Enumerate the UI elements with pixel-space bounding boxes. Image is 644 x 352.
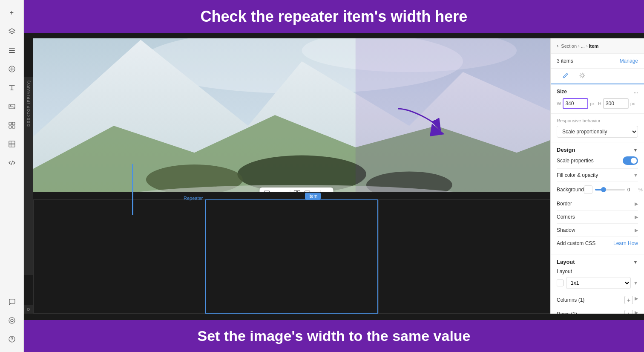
columns-controls: + ▶	[624, 296, 638, 304]
repeater-cell-1[interactable]	[33, 199, 205, 314]
tab-edit[interactable]	[557, 69, 574, 84]
canvas-toolbar[interactable]: 1x1 ? ···	[259, 188, 333, 192]
svg-rect-35	[305, 191, 310, 192]
border-label: Border	[557, 201, 572, 207]
columns-add-btn[interactable]: +	[624, 296, 633, 304]
svg-point-18	[12, 341, 12, 342]
design-section: Design ▼ Scale properties Fill color & o…	[551, 142, 644, 254]
learn-how-link[interactable]: Learn How	[613, 240, 638, 246]
panel-collapse-btn[interactable]: ›	[557, 43, 558, 49]
design-header[interactable]: Design ▼	[557, 147, 638, 153]
svg-point-16	[11, 319, 13, 322]
border-row[interactable]: Border ▶	[557, 197, 638, 211]
layout-select-row: 1x1 ▼	[557, 277, 638, 289]
height-label: H	[598, 101, 601, 106]
code-icon[interactable]	[4, 155, 20, 170]
layout-select[interactable]: 1x1	[566, 277, 631, 289]
comments-icon[interactable]	[4, 294, 20, 309]
svg-rect-6	[9, 122, 12, 125]
layout-header[interactable]: Layout ▼	[557, 259, 638, 265]
help-sidebar-icon[interactable]	[4, 332, 20, 347]
layout-icon	[557, 280, 564, 286]
breadcrumb-dots: ...	[581, 43, 585, 49]
layout-chevron: ▼	[633, 259, 638, 265]
height-input[interactable]	[603, 98, 629, 109]
border-chevron: ▶	[635, 201, 638, 207]
grid-icon[interactable]	[4, 118, 20, 133]
width-input[interactable]	[563, 98, 588, 109]
layers-icon[interactable]	[4, 24, 20, 39]
repeater-cell-2-selected[interactable]	[205, 199, 378, 314]
svg-rect-0	[9, 48, 15, 49]
slider-thumb	[601, 187, 606, 192]
height-input-group: H px	[598, 98, 635, 109]
svg-rect-29	[356, 38, 550, 192]
svg-rect-8	[9, 126, 12, 128]
canvas-area: Desktop (Primary) D	[24, 38, 550, 314]
svg-line-14	[11, 161, 13, 165]
svg-rect-30	[264, 191, 269, 192]
purple-arrow	[394, 104, 445, 140]
table-icon[interactable]	[4, 136, 20, 152]
fill-color-chevron: ▼	[633, 173, 638, 178]
bottom-banner-text: Set the image's width to the same value	[197, 328, 470, 344]
toolbar-grid-icon[interactable]	[293, 190, 300, 192]
repeater-cell-3[interactable]	[378, 199, 550, 314]
background-color-swatch[interactable]	[584, 185, 592, 194]
design-title: Design	[557, 147, 575, 153]
scale-properties-row: Scale properties	[557, 153, 638, 169]
columns-row: Columns (1) + ▶	[557, 293, 638, 307]
toolbar-crop-icon[interactable]	[304, 190, 310, 192]
breadcrumb-item: Item	[589, 43, 599, 49]
background-label: Background	[557, 187, 584, 193]
size-dots[interactable]: ...	[634, 89, 638, 95]
shadow-row[interactable]: Shadow ▶	[557, 224, 638, 237]
layout-section: Layout ▼ Layout 1x1 ▼ Columns (1) + ▶	[551, 254, 644, 314]
width-label: W	[557, 101, 561, 106]
custom-css-label: Add custom CSS	[557, 240, 595, 246]
toolbar-layout-label: 1x1	[271, 190, 280, 192]
text-icon[interactable]	[4, 80, 20, 95]
corners-row[interactable]: Corners ▶	[557, 211, 638, 224]
items-count-row: 3 items Manage	[551, 54, 644, 69]
shadow-label: Shadow	[557, 227, 575, 233]
responsive-section: Responsive behavior Scale proportionally…	[551, 114, 644, 142]
landscape-svg	[33, 38, 550, 192]
rows-controls: + ▶	[624, 310, 638, 314]
svg-rect-2	[9, 52, 15, 53]
photo-area: 1x1 ? ···	[33, 38, 550, 192]
svg-rect-32	[297, 190, 300, 192]
opacity-slider[interactable]	[595, 189, 625, 190]
right-panel: › Section › ... › Item 3 items Manage	[550, 38, 644, 314]
add-button[interactable]: +	[4, 5, 20, 20]
panel-tabs	[551, 69, 644, 84]
repeater-grid	[33, 199, 550, 314]
bottom-banner: Set the image's width to the same value	[24, 320, 644, 352]
tab-interactions[interactable]	[574, 69, 591, 84]
pages-icon[interactable]	[4, 43, 20, 58]
item-label-badge: Item	[305, 193, 321, 199]
toolbar-more-icon[interactable]: ···	[325, 190, 329, 192]
manage-link[interactable]: Manage	[620, 58, 638, 64]
layout-title: Layout	[557, 259, 575, 265]
components-icon[interactable]	[4, 61, 20, 77]
media-icon[interactable]	[4, 99, 20, 114]
percent-sign: %	[638, 187, 643, 192]
size-label: Size ...	[557, 89, 638, 95]
opacity-value: 0	[627, 187, 636, 192]
responsive-select[interactable]: Scale proportionally Fixed Fit content	[557, 126, 638, 138]
slider-container	[595, 189, 625, 190]
breadcrumb-sep1: ›	[578, 43, 580, 49]
scale-properties-label: Scale properties	[557, 158, 594, 164]
scale-properties-toggle[interactable]	[623, 156, 638, 165]
rows-label: Rows (1)	[557, 311, 577, 314]
rows-arrow-btn[interactable]: ▶	[635, 310, 638, 314]
rows-add-btn[interactable]: +	[624, 310, 633, 314]
toolbar-help-icon[interactable]: ?	[314, 190, 317, 192]
app-market-icon[interactable]	[4, 313, 20, 328]
columns-arrow-btn[interactable]: ▶	[635, 296, 638, 304]
fill-color-row[interactable]: Fill color & opacity ▼	[557, 169, 638, 182]
toolbar-layout[interactable]: 1x1	[264, 190, 286, 192]
layout-chevron-btn[interactable]: ▼	[633, 280, 638, 286]
svg-point-15	[9, 317, 15, 323]
